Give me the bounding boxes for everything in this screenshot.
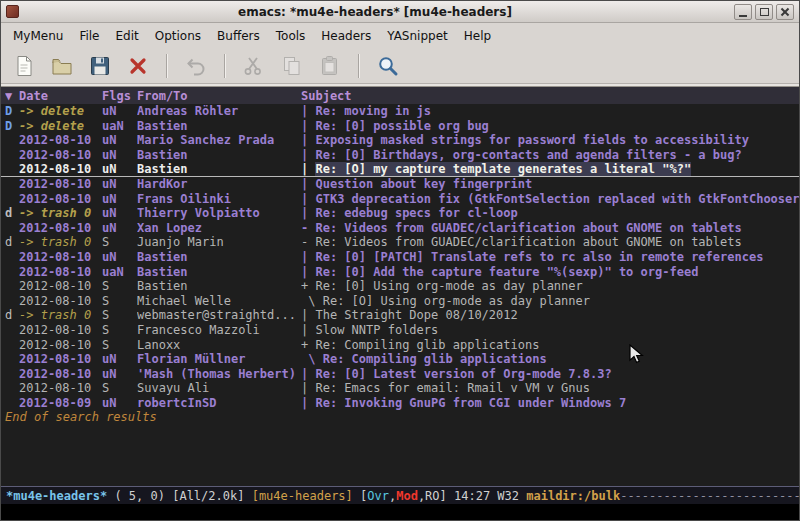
modeline-dashes: ----------------------------------------… [620,489,799,503]
message-row[interactable]: 2012-08-10uNBastien| Re: [0] Birthdays, … [1,148,799,163]
date-cell: -> trash 0 [19,308,102,323]
date-cell: 2012-08-10 [19,148,102,163]
message-row[interactable]: 2012-08-09uNrobertcInSD| Re: Invoking Gn… [1,396,799,411]
menu-tools[interactable]: Tools [268,25,314,47]
flags-cell: S [102,308,137,323]
column-header-subject[interactable]: Subject [301,89,799,103]
search-button[interactable] [373,51,403,81]
flags-cell: S [102,381,137,396]
from-cell: Florian Müllner [137,352,301,367]
mark-cell [5,133,19,148]
mode-line[interactable]: *mu4e-headers* ( 5, 0) [All/2.0k] [mu4e-… [1,486,799,504]
subject-cell: | Exposing masked strings for password f… [301,133,799,148]
column-header-flags[interactable]: Flgs [102,89,137,103]
date-cell: 2012-08-10 [19,323,102,338]
echo-area[interactable] [1,504,799,520]
message-row[interactable]: D-> deleteuaNBastien| Re: [0] possible o… [1,119,799,134]
modeline-mod: Mod [396,489,418,503]
message-row[interactable]: d-> trash 0Swebmaster@straightd...| The … [1,308,799,323]
close-button[interactable] [776,4,794,20]
toolbar [1,48,799,84]
cut-button[interactable] [239,51,269,81]
menu-help[interactable]: Help [456,25,499,47]
thread-prefix: | [301,250,315,264]
thread-prefix: | [301,323,315,337]
maximize-icon [760,8,769,16]
mark-cell [5,162,19,176]
save-button[interactable] [85,51,115,81]
paste-button[interactable] [315,51,345,81]
subject-cell: + Re: Compiling glib applications [301,338,799,353]
mark-cell [5,338,19,353]
minimize-button[interactable] [734,4,752,20]
column-header-date[interactable]: Date [19,89,102,103]
message-row[interactable]: 2012-08-10SFrancesco Mazzoli| Slow NNTP … [1,323,799,338]
menu-mymenu[interactable]: MyMenu [5,25,71,47]
subject-text: Re: [0] Add the capture feature "%(sexp)… [315,265,698,279]
flags-cell: uN [102,250,137,265]
mark-cell [5,221,19,236]
from-cell: Bastien [137,250,301,265]
message-row[interactable]: 2012-08-10uNHardKor| Question about key … [1,177,799,192]
message-row[interactable]: 2012-08-10uN'Mash (Thomas Herbert)| Re: … [1,367,799,382]
date-cell: 2012-08-10 [19,192,102,207]
flags-cell: uN [102,162,137,176]
subject-text: Re: Emacs for email: Rmail v VM v Gnus [315,381,590,395]
buffer-empty-area [1,425,799,486]
menu-edit[interactable]: Edit [108,25,147,47]
date-cell: 2012-08-10 [19,162,102,176]
message-row[interactable]: 2012-08-10uNFlorian Müllner \ Re: Compil… [1,352,799,367]
minimize-icon [739,15,747,17]
date-cell: 2012-08-10 [19,381,102,396]
flags-cell: uaN [102,119,137,134]
mark-cell [5,294,19,309]
message-row[interactable]: d-> trash 0uNThierry Volpiatto| Re: edeb… [1,206,799,221]
maximize-button[interactable] [755,4,773,20]
message-row[interactable]: 2012-08-10uNMario Sanchez Prada| Exposin… [1,133,799,148]
flags-cell: uN [102,104,137,119]
message-row[interactable]: 2012-08-10SMichael Welle \ Re: [O] Using… [1,294,799,309]
flags-cell: uN [102,148,137,163]
undo-button[interactable] [181,51,211,81]
message-row[interactable]: D-> deleteuNAndreas Röhler| Re: moving i… [1,104,799,119]
from-cell: webmaster@straightd... [137,308,301,323]
modeline-mode: [mu4e-headers] [252,489,353,503]
open-file-button[interactable] [47,51,77,81]
mark-cell: D [5,104,19,119]
flags-cell: uN [102,177,137,192]
message-row[interactable]: 2012-08-10uNFrans Oilinki| GTK3 deprecat… [1,192,799,207]
subject-text: Question about key fingerprint [315,177,532,191]
message-row[interactable]: 2012-08-10uNXan Lopez- Re: Videos from G… [1,221,799,236]
menu-headers[interactable]: Headers [313,25,379,47]
thread-prefix: + [301,338,315,352]
menu-yasnippet[interactable]: YASnippet [379,25,456,47]
mark-cell [5,323,19,338]
menu-buffers[interactable]: Buffers [209,25,268,47]
column-header-from[interactable]: From/To [137,89,301,103]
message-row[interactable]: d-> trash 0SJuanjo Marin- Re: Videos fro… [1,235,799,250]
close-button[interactable] [123,51,153,81]
message-row[interactable]: 2012-08-10uaNBastien| Re: [0] Add the ca… [1,265,799,280]
flags-cell: uN [102,221,137,236]
window-menu-icon[interactable] [6,5,19,18]
toolbar-separator [224,54,226,78]
title-bar[interactable]: emacs: *mu4e-headers* [mu4e-headers] [1,1,799,23]
flags-cell: uN [102,206,137,221]
menu-file[interactable]: File [71,25,107,47]
subject-cell: \ Re: [O] Using org-mode as day planner [301,294,799,309]
message-row[interactable]: 2012-08-10SLanoxx+ Re: Compiling glib ap… [1,338,799,353]
message-row[interactable]: 2012-08-10uNBastien| Re: [O] my capture … [1,162,799,177]
from-cell: Lanoxx [137,338,301,353]
subject-text: GTK3 deprecation fix (GtkFontSelection r… [315,192,799,206]
message-row[interactable]: 2012-08-10uNBastien| Re: [0] [PATCH] Tra… [1,250,799,265]
flags-cell: uN [102,396,137,411]
message-row[interactable]: 2012-08-10SSuvayu Ali| Re: Emacs for ema… [1,381,799,396]
new-file-button[interactable] [9,51,39,81]
mark-cell [5,396,19,411]
copy-button[interactable] [277,51,307,81]
from-cell: Mario Sanchez Prada [137,133,301,148]
date-cell: 2012-08-10 [19,265,102,280]
menu-options[interactable]: Options [147,25,209,47]
thread-prefix: | [301,192,315,206]
message-row[interactable]: 2012-08-10SBastien+ Re: [0] Using org-mo… [1,279,799,294]
